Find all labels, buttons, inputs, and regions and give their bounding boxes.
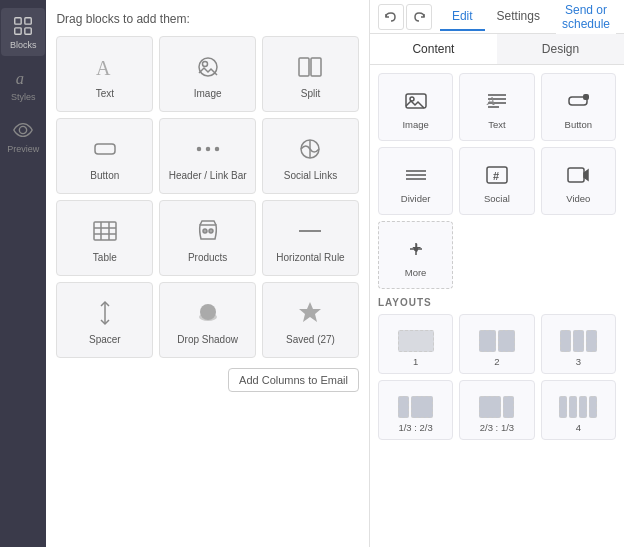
- block-spacer-label: Spacer: [89, 334, 121, 346]
- sidebar-item-styles[interactable]: a Styles: [1, 60, 45, 108]
- block-drop-shadow-label: Drop Shadow: [177, 334, 238, 346]
- content-block-more-label: More: [405, 267, 427, 278]
- social-links-block-icon: [294, 133, 326, 165]
- svg-point-5: [20, 126, 27, 133]
- content-block-button-label: Button: [565, 119, 592, 130]
- svg-text:#: #: [493, 170, 499, 182]
- layouts-title: LAYOUTS: [378, 297, 616, 308]
- svg-rect-43: [568, 168, 584, 182]
- blocks-grid: A Text Image Sp: [56, 36, 359, 358]
- hr-block-icon: [294, 215, 326, 247]
- svg-rect-10: [311, 58, 321, 76]
- content-block-video-label: Video: [566, 193, 590, 204]
- content-block-more[interactable]: + More: [378, 221, 453, 289]
- tab-design[interactable]: Design: [497, 34, 624, 64]
- svg-rect-17: [94, 222, 116, 240]
- header-block-icon: [192, 133, 224, 165]
- sidebar-item-blocks-label: Blocks: [10, 40, 37, 50]
- svg-rect-9: [299, 58, 309, 76]
- content-block-button[interactable]: Button: [541, 73, 616, 141]
- svg-marker-28: [299, 302, 321, 322]
- layout-3-label: 3: [576, 356, 581, 367]
- layout-3[interactable]: 3: [541, 314, 616, 374]
- block-text-label: Text: [96, 88, 114, 100]
- block-text[interactable]: A Text: [56, 36, 153, 112]
- sidebar-item-blocks[interactable]: Blocks: [1, 8, 45, 56]
- undo-button[interactable]: [378, 4, 404, 30]
- layout-2-3-1-3[interactable]: 2/3 : 1/3: [459, 380, 534, 440]
- block-header-link-bar-label: Header / Link Bar: [169, 170, 247, 182]
- block-horizontal-rule-label: Horizontal Rule: [276, 252, 344, 264]
- svg-point-13: [206, 147, 209, 150]
- content-text-icon: A: [483, 87, 511, 115]
- layout-1[interactable]: 1: [378, 314, 453, 374]
- content-block-video[interactable]: Video: [541, 147, 616, 215]
- content-blocks-area: Image A Text: [370, 65, 624, 547]
- block-saved[interactable]: Saved (27): [262, 282, 359, 358]
- svg-rect-0: [15, 18, 21, 24]
- svg-point-14: [215, 147, 218, 150]
- content-block-social[interactable]: # Social: [459, 147, 534, 215]
- content-video-icon: [564, 161, 592, 189]
- content-block-image[interactable]: Image: [378, 73, 453, 141]
- block-table-label: Table: [93, 252, 117, 264]
- sidebar-item-preview[interactable]: Preview: [1, 112, 45, 160]
- blocks-panel: Drag blocks to add them: A Text Image: [46, 0, 370, 547]
- block-table[interactable]: Table: [56, 200, 153, 276]
- redo-button[interactable]: [406, 4, 432, 30]
- sidebar-item-styles-label: Styles: [11, 92, 36, 102]
- block-split[interactable]: Split: [262, 36, 359, 112]
- layout-1-preview: [398, 330, 434, 352]
- block-spacer[interactable]: Spacer: [56, 282, 153, 358]
- top-bar: Edit Settings Send or schedule: [370, 0, 624, 34]
- block-image-label: Image: [194, 88, 222, 100]
- layout-2[interactable]: 2: [459, 314, 534, 374]
- layout-1-3-2-3[interactable]: 1/3 : 2/3: [378, 380, 453, 440]
- svg-point-8: [202, 61, 207, 66]
- block-horizontal-rule[interactable]: Horizontal Rule: [262, 200, 359, 276]
- content-block-divider[interactable]: Divider: [378, 147, 453, 215]
- send-or-schedule-button[interactable]: Send or schedule: [556, 0, 616, 35]
- block-split-label: Split: [301, 88, 320, 100]
- layout-4[interactable]: 4: [541, 380, 616, 440]
- block-drop-shadow[interactable]: Drop Shadow: [159, 282, 256, 358]
- content-social-icon: #: [483, 161, 511, 189]
- tab-content[interactable]: Content: [370, 34, 497, 64]
- content-design-tabs: Content Design: [370, 34, 624, 65]
- layout-4-label: 4: [576, 422, 581, 433]
- layouts-grid: 1 2 3: [378, 314, 616, 440]
- block-header-link-bar[interactable]: Header / Link Bar: [159, 118, 256, 194]
- tab-settings[interactable]: Settings: [485, 3, 552, 31]
- layout-3-preview: [560, 330, 597, 352]
- main-tab-group: Edit Settings: [440, 3, 552, 31]
- spacer-block-icon: [89, 297, 121, 329]
- content-blocks-grid: Image A Text: [378, 73, 616, 289]
- layout-2-label: 2: [494, 356, 499, 367]
- layout-1-3-2-3-preview: [398, 396, 433, 418]
- block-image[interactable]: Image: [159, 36, 256, 112]
- svg-rect-29: [406, 94, 426, 108]
- drop-shadow-block-icon: [192, 297, 224, 329]
- content-block-image-label: Image: [402, 119, 428, 130]
- svg-rect-11: [95, 144, 115, 154]
- block-saved-label: Saved (27): [286, 334, 335, 346]
- svg-rect-2: [15, 28, 21, 34]
- products-block-icon: [192, 215, 224, 247]
- block-button[interactable]: Button: [56, 118, 153, 194]
- block-products[interactable]: Products: [159, 200, 256, 276]
- sidebar-item-preview-label: Preview: [7, 144, 39, 154]
- tab-edit[interactable]: Edit: [440, 3, 485, 31]
- svg-point-22: [203, 229, 207, 233]
- block-social-links[interactable]: Social Links: [262, 118, 359, 194]
- block-products-label: Products: [188, 252, 227, 264]
- content-image-icon: [402, 87, 430, 115]
- layout-2-3-1-3-preview: [479, 396, 514, 418]
- content-more-icon: +: [402, 235, 430, 263]
- blocks-icon: [11, 14, 35, 38]
- svg-rect-37: [583, 94, 589, 100]
- svg-point-12: [197, 147, 200, 150]
- add-columns-button[interactable]: Add Columns to Email: [228, 368, 359, 392]
- layout-1-3-2-3-label: 1/3 : 2/3: [398, 422, 432, 433]
- content-block-text[interactable]: A Text: [459, 73, 534, 141]
- svg-point-23: [209, 229, 213, 233]
